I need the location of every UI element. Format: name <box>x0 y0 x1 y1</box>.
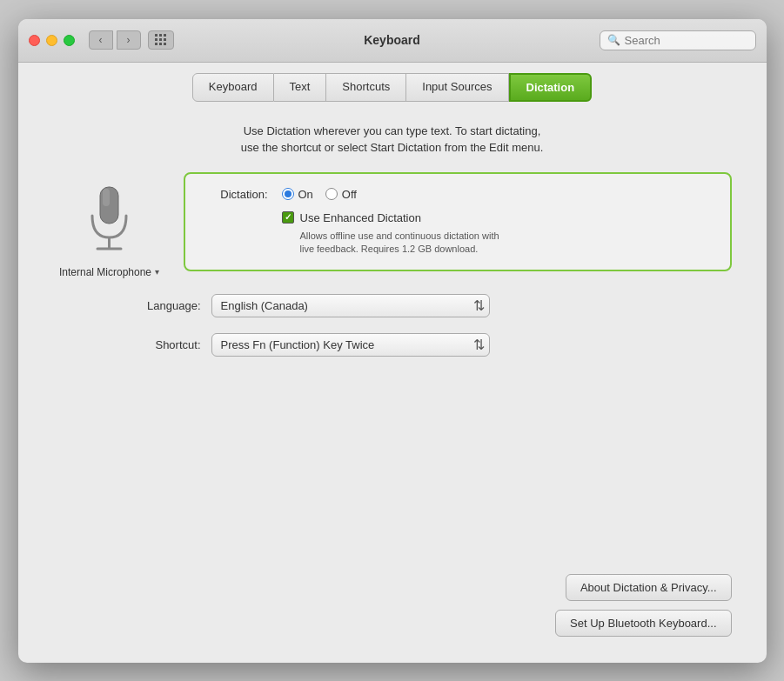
description: Use Dictation wherever you can type text… <box>53 123 732 157</box>
main-area: Internal Microphone ▾ Dictation: On <box>53 172 732 278</box>
search-box[interactable]: 🔍 <box>600 30 756 50</box>
enhanced-desc-line1: Allows offline use and continuous dictat… <box>300 230 499 241</box>
radio-on[interactable]: On <box>282 188 313 201</box>
description-line2: use the shortcut or select Start Dictati… <box>241 141 544 154</box>
enhanced-label: Use Enhanced Dictation <box>300 211 421 224</box>
dictation-field-label: Dictation: <box>203 188 268 201</box>
enhanced-row: ✓ Use Enhanced Dictation Allows offline … <box>282 211 713 257</box>
tab-keyboard[interactable]: Keyboard <box>192 73 274 102</box>
maximize-button[interactable] <box>64 35 75 46</box>
enhanced-description: Allows offline use and continuous dictat… <box>300 230 713 257</box>
radio-off-circle <box>325 188 338 200</box>
microphone-chevron: ▾ <box>155 267 159 277</box>
search-icon: 🔍 <box>607 34 620 46</box>
tab-text[interactable]: Text <box>274 73 327 102</box>
bottom-area: About Dictation & Privacy... Set Up Blue… <box>53 565 732 645</box>
description-line1: Use Dictation wherever you can type text… <box>244 124 541 137</box>
about-dictation-button[interactable]: About Dictation & Privacy... <box>566 574 732 601</box>
shortcut-select[interactable]: Press Fn (Function) Key Twice Off Custom <box>211 333 490 357</box>
shortcut-row: Shortcut: Press Fn (Function) Key Twice … <box>53 333 732 357</box>
tab-input-sources[interactable]: Input Sources <box>406 73 508 102</box>
microphone-section: Internal Microphone ▾ <box>53 181 166 278</box>
radio-off-label: Off <box>342 188 357 201</box>
settings-box: Dictation: On Off <box>184 172 732 272</box>
forward-button[interactable]: › <box>117 30 141 50</box>
language-select-wrapper: English (Canada) English (US) English (U… <box>211 294 490 317</box>
traffic-lights <box>29 35 75 46</box>
checkbox-check-icon: ✓ <box>285 213 291 222</box>
radio-on-circle <box>282 188 294 200</box>
titlebar: ‹ › Keyboard 🔍 <box>18 19 767 63</box>
dictation-row: Dictation: On Off <box>203 188 713 201</box>
enhanced-checkbox-row[interactable]: ✓ Use Enhanced Dictation <box>282 211 713 224</box>
enhanced-checkbox[interactable]: ✓ <box>282 211 294 224</box>
content-area: Use Dictation wherever you can type text… <box>18 102 767 663</box>
microphone-name: Internal Microphone <box>59 266 151 278</box>
language-row: Language: English (Canada) English (US) … <box>53 294 732 317</box>
search-input[interactable] <box>625 34 748 47</box>
svg-rect-1 <box>103 189 110 206</box>
shortcut-field-label: Shortcut: <box>53 338 201 351</box>
grid-button[interactable] <box>148 30 174 50</box>
window-title: Keyboard <box>364 33 420 47</box>
tab-dictation[interactable]: Dictation <box>509 73 593 102</box>
language-select[interactable]: English (Canada) English (US) English (U… <box>211 294 490 317</box>
radio-off[interactable]: Off <box>325 188 357 201</box>
minimize-button[interactable] <box>46 35 57 46</box>
nav-buttons: ‹ › <box>89 30 141 50</box>
microphone-label[interactable]: Internal Microphone ▾ <box>59 266 159 278</box>
language-field-label: Language: <box>53 299 201 312</box>
shortcut-select-wrapper: Press Fn (Function) Key Twice Off Custom… <box>211 333 490 357</box>
tabs-bar: Keyboard Text Shortcuts Input Sources Di… <box>18 63 767 102</box>
radio-group: On Off <box>282 188 357 201</box>
bluetooth-keyboard-button[interactable]: Set Up Bluetooth Keyboard... <box>555 610 731 637</box>
radio-on-label: On <box>298 188 313 201</box>
grid-icon <box>155 34 167 46</box>
close-button[interactable] <box>29 35 40 46</box>
enhanced-desc-line2: live feedback. Requires 1.2 GB download. <box>300 244 479 254</box>
tab-shortcuts[interactable]: Shortcuts <box>326 73 406 102</box>
keyboard-window: ‹ › Keyboard 🔍 Keyboard Text Shortcuts I… <box>18 19 767 663</box>
back-button[interactable]: ‹ <box>89 30 113 50</box>
microphone-icon <box>79 181 140 259</box>
